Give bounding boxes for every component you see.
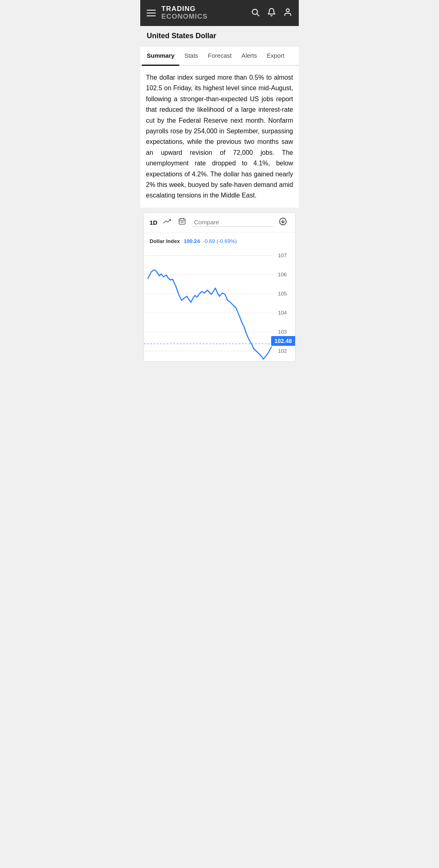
index-change: -0.69 (-0.69%): [203, 238, 237, 244]
header-icons: [251, 8, 292, 19]
brand-economics: ECONOMICS: [161, 13, 208, 21]
tab-summary[interactable]: Summary: [142, 46, 179, 66]
more-options-icon[interactable]: ⋮: [293, 217, 296, 227]
svg-text:106: 106: [278, 271, 287, 278]
page-title-bar: United States Dollar: [140, 26, 299, 46]
bell-icon[interactable]: [267, 8, 276, 19]
user-icon[interactable]: [283, 8, 292, 19]
trend-icon[interactable]: [163, 218, 172, 227]
header: TRADING ECONOMICS: [140, 0, 299, 26]
svg-line-1: [257, 14, 259, 16]
tab-export[interactable]: Export: [262, 46, 289, 66]
hamburger-menu-button[interactable]: [147, 10, 156, 16]
index-value: 100.24: [184, 238, 200, 244]
svg-point-2: [286, 9, 289, 11]
chart-svg-wrapper: .grid-line { stroke: #e8e8e8; stroke-wid…: [144, 247, 295, 361]
svg-text:105: 105: [278, 291, 287, 297]
current-price-badge: 102.48: [271, 336, 295, 346]
tabs-bar: Summary Stats Forecast Alerts Export: [140, 46, 299, 66]
summary-paragraph: The dollar index surged more than 0.5% t…: [146, 72, 293, 201]
svg-text:104: 104: [278, 310, 287, 316]
svg-rect-3: [179, 219, 185, 224]
chart-toolbar: 1D: [144, 213, 295, 232]
summary-content: The dollar index surged more than 0.5% t…: [140, 66, 299, 208]
chart-legend: Dollar Index 100.24 -0.69 (-0.69%): [144, 237, 295, 247]
chart-toolbar-left: 1D: [150, 217, 273, 228]
page-title: United States Dollar: [147, 32, 292, 40]
chart-area: Dollar Index 100.24 -0.69 (-0.69%) .grid…: [144, 232, 295, 361]
svg-text:102: 102: [278, 348, 287, 354]
index-name: Dollar Index: [150, 238, 180, 244]
tab-stats[interactable]: Stats: [179, 46, 203, 66]
svg-text:107: 107: [278, 252, 287, 258]
calendar-icon[interactable]: [178, 217, 187, 228]
timeframe-label[interactable]: 1D: [150, 219, 157, 226]
brand-logo[interactable]: TRADING ECONOMICS: [161, 5, 208, 20]
download-icon[interactable]: [278, 217, 287, 228]
tab-forecast[interactable]: Forecast: [203, 46, 237, 66]
svg-text:103: 103: [278, 329, 287, 335]
header-left: TRADING ECONOMICS: [147, 5, 208, 20]
tab-alerts[interactable]: Alerts: [237, 46, 262, 66]
chart-container: 1D: [143, 213, 296, 362]
chart-toolbar-right: ⋮: [278, 217, 296, 228]
compare-input[interactable]: [192, 218, 273, 227]
brand-trading: TRADING: [161, 5, 208, 13]
search-icon[interactable]: [251, 8, 260, 19]
